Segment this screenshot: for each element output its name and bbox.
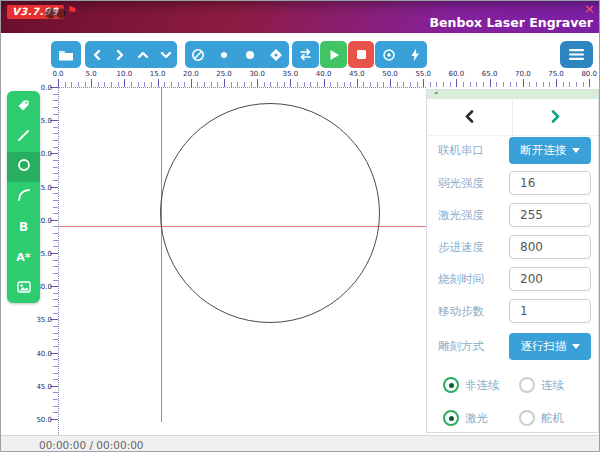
connect-dropdown-value: 断开连接 bbox=[521, 143, 567, 158]
loop-arrows-icon bbox=[298, 48, 313, 61]
open-file-button[interactable] bbox=[51, 41, 81, 68]
sidebar-item-line[interactable] bbox=[7, 121, 40, 151]
titlebar-dot-icon bbox=[56, 8, 67, 19]
laser-power-label: 激光强度 bbox=[438, 203, 484, 227]
toolbar bbox=[1, 33, 600, 71]
origin-icon[interactable] bbox=[269, 48, 283, 62]
radio-label: 非连续 bbox=[465, 378, 500, 393]
drawing-circle[interactable] bbox=[160, 103, 380, 323]
text-a-icon: A* bbox=[16, 251, 30, 264]
lightning-icon[interactable] bbox=[409, 48, 421, 62]
caret-down-icon bbox=[572, 148, 580, 153]
ruler-label: 10.0 bbox=[113, 70, 135, 78]
ruler-label: 40.0 bbox=[313, 70, 335, 78]
start-button[interactable] bbox=[320, 41, 347, 68]
ruler-label: 45.0 bbox=[35, 383, 52, 391]
record-icon[interactable] bbox=[382, 48, 396, 62]
laser-off-icon[interactable] bbox=[191, 48, 205, 62]
ruler-label: 35.0 bbox=[279, 70, 301, 78]
panel-prev-button[interactable] bbox=[427, 99, 512, 135]
horizontal-ruler-major-ticks bbox=[58, 79, 591, 87]
sidebar-item-bold-text[interactable]: B bbox=[7, 212, 40, 242]
caret-down-icon bbox=[572, 344, 580, 349]
panel-next-button[interactable] bbox=[513, 99, 598, 135]
burn-time-label: 烧刻时间 bbox=[438, 267, 484, 291]
crosshair-vertical bbox=[161, 88, 162, 422]
flag-icon: ⚑ bbox=[67, 4, 77, 17]
sidebar-item-ellipse[interactable] bbox=[7, 152, 40, 182]
reset-button[interactable] bbox=[292, 41, 319, 68]
continuity-radio-row: 非连续 连续 bbox=[427, 377, 598, 397]
ruler-label: 65.0 bbox=[479, 70, 501, 78]
radio-label: 激光 bbox=[465, 411, 488, 426]
ruler-label: 70.0 bbox=[512, 70, 534, 78]
hamburger-icon bbox=[569, 49, 584, 60]
laser-power-input[interactable] bbox=[509, 203, 591, 227]
app-title: Benbox Laser Engraver bbox=[430, 15, 593, 30]
arrow-up-icon[interactable] bbox=[137, 49, 149, 61]
ruler-label: 0.0 bbox=[47, 70, 69, 78]
engrave-mode-label: 雕刻方式 bbox=[438, 333, 484, 360]
sidebar-item-arc[interactable] bbox=[7, 182, 40, 212]
elapsed-time: 00:00:00 / 00:00:00 bbox=[39, 439, 144, 451]
tool-sidebar: B A* bbox=[7, 91, 40, 303]
weak-power-input[interactable] bbox=[509, 171, 591, 195]
ruler-label: 50.0 bbox=[35, 416, 52, 424]
burn-time-input[interactable] bbox=[509, 267, 591, 291]
titlebar: V3.7.99 ⚑ × Benbox Laser Engraver bbox=[1, 1, 600, 33]
ruler-label: 30.0 bbox=[246, 70, 268, 78]
chevron-right-icon bbox=[550, 108, 561, 127]
ruler-label: 40.0 bbox=[35, 350, 52, 358]
radio-icon bbox=[519, 410, 535, 426]
weak-power-label: 弱光强度 bbox=[438, 171, 484, 195]
ruler-label: 60.0 bbox=[445, 70, 467, 78]
line-icon bbox=[17, 127, 30, 146]
drawing-canvas[interactable] bbox=[58, 87, 426, 435]
output-radio-row: 激光 舵机 bbox=[427, 410, 598, 430]
sidebar-item-text[interactable]: A* bbox=[7, 242, 40, 272]
folder-icon bbox=[58, 48, 74, 62]
radio-label: 连续 bbox=[541, 378, 564, 393]
statusbar: 00:00:00 / 00:00:00 bbox=[1, 435, 600, 452]
image-icon bbox=[17, 278, 31, 297]
sidebar-item-tag[interactable] bbox=[7, 91, 40, 121]
engrave-mode-dropdown[interactable]: 逐行扫描 bbox=[509, 333, 591, 360]
radio-icon bbox=[519, 377, 535, 393]
arrow-right-icon[interactable] bbox=[114, 49, 126, 61]
ruler-label: 5.0 bbox=[80, 70, 102, 78]
ruler-label: 80.0 bbox=[578, 70, 600, 78]
ruler-label: 15.0 bbox=[147, 70, 169, 78]
radio-icon bbox=[443, 410, 459, 426]
chevron-left-icon bbox=[464, 108, 475, 127]
connect-dropdown[interactable]: 断开连接 bbox=[509, 137, 591, 164]
play-icon bbox=[328, 49, 340, 61]
step-speed-input[interactable] bbox=[509, 235, 591, 259]
stop-icon bbox=[356, 49, 367, 60]
radio-noncontinuous[interactable]: 非连续 bbox=[443, 377, 500, 393]
radio-continuous[interactable]: 连续 bbox=[519, 377, 564, 393]
misc-group bbox=[375, 41, 427, 68]
weak-laser-icon[interactable] bbox=[217, 48, 231, 62]
arrow-left-icon[interactable] bbox=[91, 49, 103, 61]
strong-laser-icon[interactable] bbox=[243, 48, 257, 62]
collapse-icon: » bbox=[434, 89, 438, 97]
panel-collapse-strip[interactable]: » bbox=[427, 90, 598, 99]
close-icon[interactable]: × bbox=[584, 2, 595, 16]
stop-button[interactable] bbox=[348, 41, 374, 68]
radio-laser[interactable]: 激光 bbox=[443, 410, 488, 426]
ruler-label: 45.0 bbox=[346, 70, 368, 78]
panel-nav bbox=[427, 99, 598, 136]
move-steps-label: 移动步数 bbox=[438, 299, 484, 323]
bold-b-icon: B bbox=[19, 220, 28, 234]
tag-icon bbox=[17, 97, 30, 116]
ruler-label: 25.0 bbox=[213, 70, 235, 78]
ruler-label: 35.0 bbox=[35, 316, 52, 324]
move-steps-input[interactable] bbox=[509, 299, 591, 323]
arrow-down-icon[interactable] bbox=[160, 49, 172, 61]
circle-icon bbox=[17, 157, 31, 176]
ruler-label: 50.0 bbox=[379, 70, 401, 78]
sidebar-item-image[interactable] bbox=[7, 273, 40, 303]
radio-servo[interactable]: 舵机 bbox=[519, 410, 564, 426]
engrave-mode-value: 逐行扫描 bbox=[521, 339, 567, 354]
menu-button[interactable] bbox=[560, 41, 593, 68]
